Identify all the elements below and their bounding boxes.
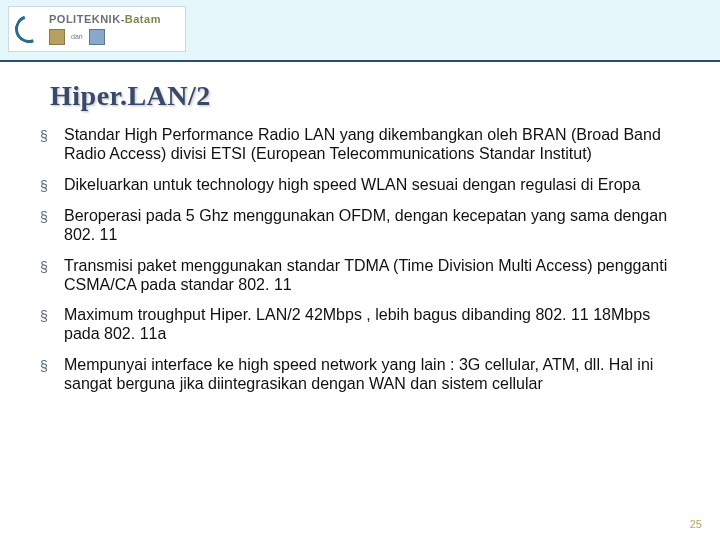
list-item: § Standar High Performance Radio LAN yan… bbox=[40, 126, 680, 164]
crest-icon bbox=[49, 29, 65, 45]
bullet-list: § Standar High Performance Radio LAN yan… bbox=[40, 126, 680, 394]
bullet-text: Dikeluarkan untuk technology high speed … bbox=[64, 176, 640, 195]
swirl-icon bbox=[10, 10, 47, 47]
section-sign-icon: § bbox=[40, 176, 64, 195]
bullet-text: Beroperasi pada 5 Ghz menggunakan OFDM, … bbox=[64, 207, 680, 245]
section-sign-icon: § bbox=[40, 207, 64, 226]
logo-sub-row: dan bbox=[49, 29, 161, 45]
section-sign-icon: § bbox=[40, 126, 64, 145]
slide-content: § Standar High Performance Radio LAN yan… bbox=[40, 126, 680, 394]
institution-logo: POLITEKNIK-Batam dan bbox=[8, 6, 186, 52]
list-item: § Dikeluarkan untuk technology high spee… bbox=[40, 176, 680, 195]
bullet-text: Mempunyai interface ke high speed networ… bbox=[64, 356, 680, 394]
page-number: 25 bbox=[690, 518, 702, 530]
logo-brand-part2: Batam bbox=[125, 13, 161, 25]
list-item: § Maximum troughput Hiper. LAN/2 42Mbps … bbox=[40, 306, 680, 344]
slide-title: Hiper.LAN/2 bbox=[50, 80, 720, 112]
bullet-text: Maximum troughput Hiper. LAN/2 42Mbps , … bbox=[64, 306, 680, 344]
crest-icon bbox=[89, 29, 105, 45]
list-item: § Transmisi paket menggunakan standar TD… bbox=[40, 257, 680, 295]
logo-brand-part1: POLITEKNIK bbox=[49, 13, 121, 25]
section-sign-icon: § bbox=[40, 356, 64, 375]
header-band: POLITEKNIK-Batam dan bbox=[0, 0, 720, 62]
section-sign-icon: § bbox=[40, 257, 64, 276]
list-item: § Beroperasi pada 5 Ghz menggunakan OFDM… bbox=[40, 207, 680, 245]
list-item: § Mempunyai interface ke high speed netw… bbox=[40, 356, 680, 394]
logo-text: POLITEKNIK-Batam dan bbox=[49, 14, 161, 45]
section-sign-icon: § bbox=[40, 306, 64, 325]
logo-subtext: dan bbox=[71, 33, 83, 40]
bullet-text: Transmisi paket menggunakan standar TDMA… bbox=[64, 257, 680, 295]
bullet-text: Standar High Performance Radio LAN yang … bbox=[64, 126, 680, 164]
logo-brand: POLITEKNIK-Batam bbox=[49, 14, 161, 25]
